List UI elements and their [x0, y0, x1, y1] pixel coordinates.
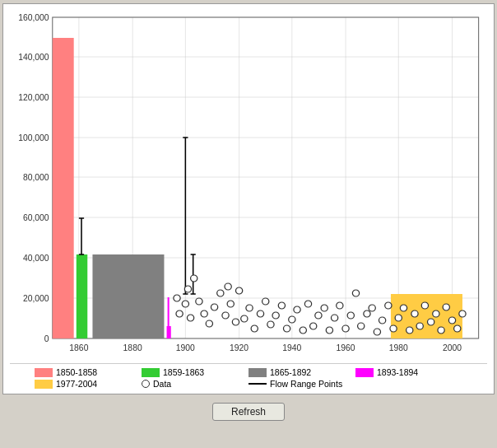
- legend-item-1977: 1977-2004: [35, 379, 133, 389]
- data-point: [267, 321, 274, 328]
- data-point: [289, 316, 295, 323]
- refresh-button[interactable]: Refresh: [212, 403, 285, 421]
- data-point: [222, 312, 229, 319]
- legend-item-data: Data: [142, 379, 240, 389]
- data-point: [227, 301, 234, 307]
- data-point: [182, 301, 188, 307]
- data-point: [364, 310, 370, 317]
- data-point: [390, 325, 397, 332]
- data-point: [246, 305, 253, 311]
- svg-text:120,000: 120,000: [18, 93, 49, 102]
- legend-color-1865: [248, 368, 267, 377]
- legend-item-1859: 1859-1863: [142, 367, 240, 377]
- data-point: [416, 323, 423, 329]
- data-point: [315, 312, 322, 319]
- legend-label-1893: 1893-1894: [377, 367, 418, 377]
- data-point: [262, 298, 269, 305]
- data-point: [283, 325, 290, 332]
- data-point: [241, 315, 248, 322]
- svg-text:100,000: 100,000: [18, 133, 49, 142]
- data-point: [196, 298, 202, 305]
- data-point: [321, 305, 327, 311]
- data-point: [411, 310, 418, 317]
- svg-text:140,000: 140,000: [18, 53, 49, 62]
- legend-label-1859: 1859-1863: [163, 367, 204, 377]
- data-point: [428, 319, 434, 325]
- data-point: [421, 302, 428, 309]
- data-point: [300, 327, 306, 334]
- data-point: [385, 302, 392, 309]
- chart-svg: 0 20,000 40,000 60,000 80,000 100,000 12…: [10, 9, 487, 363]
- data-point: [331, 315, 337, 321]
- data-point: [251, 325, 258, 332]
- legend-color-1977: [35, 380, 53, 389]
- svg-text:160,000: 160,000: [18, 13, 49, 22]
- data-point: [374, 329, 380, 335]
- legend-label-1977: 1977-2004: [56, 379, 97, 389]
- chart-area: 0 20,000 40,000 60,000 80,000 100,000 12…: [10, 9, 487, 363]
- bar-1859-1863: [77, 254, 87, 338]
- svg-text:1940: 1940: [282, 343, 301, 352]
- data-point: [358, 323, 365, 329]
- data-point: [443, 304, 449, 310]
- data-point: [310, 323, 317, 329]
- data-point: [433, 310, 439, 317]
- data-point: [278, 302, 285, 309]
- legend-row-2: 1977-2004 Data Flow Range Points: [35, 379, 487, 389]
- svg-text:80,000: 80,000: [23, 173, 49, 182]
- data-point: [406, 327, 413, 334]
- legend-label-1850: 1850-1858: [56, 367, 97, 377]
- svg-text:40,000: 40,000: [23, 254, 49, 263]
- data-point: [217, 290, 224, 296]
- legend-label-flow: Flow Range Points: [270, 379, 342, 389]
- data-point: [272, 312, 279, 319]
- data-point: [454, 325, 461, 332]
- legend-color-1859: [142, 368, 160, 377]
- svg-text:1980: 1980: [389, 343, 408, 352]
- data-point: [235, 287, 242, 294]
- data-point: [232, 319, 239, 325]
- data-point: [211, 304, 217, 310]
- data-point: [225, 283, 231, 290]
- data-point: [206, 320, 212, 327]
- refresh-area: Refresh: [212, 398, 285, 424]
- legend: 1850-1858 1859-1863 1865-1892 1893-1894 …: [10, 363, 487, 390]
- svg-text:0: 0: [44, 334, 49, 343]
- legend-item-1865: 1865-1892: [248, 367, 347, 377]
- data-point: [337, 302, 343, 309]
- svg-text:1900: 1900: [176, 343, 195, 352]
- legend-row-1: 1850-1858 1859-1863 1865-1892 1893-1894: [35, 367, 487, 377]
- data-point: [400, 305, 406, 311]
- data-point: [352, 290, 359, 296]
- legend-circle-data: [142, 380, 150, 388]
- data-point: [369, 305, 375, 311]
- data-point: [342, 325, 349, 332]
- data-point: [174, 295, 180, 301]
- data-point: [347, 312, 354, 319]
- legend-color-1893: [355, 368, 374, 377]
- data-point: [438, 327, 444, 334]
- legend-line-flow: [248, 383, 267, 385]
- data-point: [379, 317, 385, 324]
- legend-label-data: Data: [153, 379, 171, 389]
- data-point: [459, 310, 466, 317]
- data-point: [187, 315, 193, 321]
- svg-text:20,000: 20,000: [23, 294, 49, 303]
- svg-text:1960: 1960: [337, 343, 355, 352]
- legend-label-1865: 1865-1892: [270, 367, 311, 377]
- chart-container: 0 20,000 40,000 60,000 80,000 100,000 12…: [2, 3, 495, 394]
- data-point: [201, 310, 207, 317]
- legend-color-1850: [35, 368, 53, 377]
- data-point: [395, 315, 402, 321]
- svg-text:1920: 1920: [230, 343, 248, 352]
- data-point: [304, 301, 311, 307]
- bar-1865-1892: [92, 254, 164, 338]
- legend-item-1893: 1893-1894: [355, 367, 454, 377]
- data-point: [184, 286, 191, 292]
- svg-text:1880: 1880: [123, 343, 142, 352]
- data-point: [448, 317, 455, 324]
- bar-1850-1858: [53, 38, 74, 338]
- data-point: [326, 327, 332, 334]
- data-point: [176, 310, 183, 317]
- data-point: [191, 275, 197, 282]
